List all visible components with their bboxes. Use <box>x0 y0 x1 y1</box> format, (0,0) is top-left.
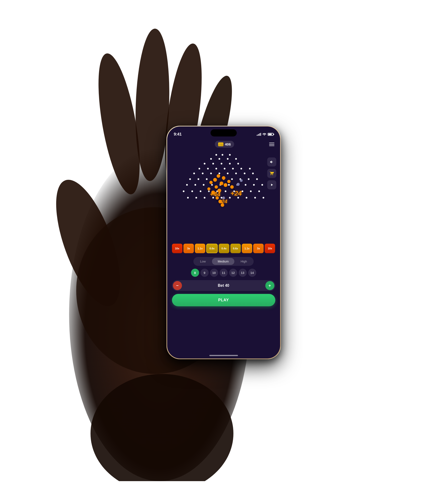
balance-pill[interactable]: 406 <box>215 141 234 148</box>
bucket-04x-center: 0.4x <box>219 244 229 253</box>
row-btn-10[interactable]: 10 <box>210 269 218 277</box>
top-bar: 406 <box>167 139 280 149</box>
bucket-06x-center-right: 0.6x <box>230 244 241 253</box>
phone-frame: 9:41 <box>166 126 281 359</box>
bet-control: − Bet 40 + <box>172 280 275 291</box>
bucket-11x-right: 1.1x <box>242 244 252 253</box>
row-btn-9[interactable]: 9 <box>201 269 209 277</box>
row-btn-13[interactable]: 13 <box>239 269 247 277</box>
bet-amount-display: Bet 40 <box>182 283 265 288</box>
home-indicator <box>209 355 238 356</box>
phone-device: 9:41 <box>166 126 281 359</box>
risk-selector: Low Medium High <box>172 257 275 266</box>
status-icons <box>257 132 273 136</box>
pegs-field <box>171 151 276 232</box>
risk-container: Low Medium High <box>193 257 254 266</box>
bucket-10x-left: 10x <box>172 244 182 253</box>
wifi-icon <box>263 132 266 136</box>
row-selector: 8 9 10 11 12 13 14 <box>172 269 275 277</box>
bet-decrease-button[interactable]: − <box>173 281 182 290</box>
menu-button[interactable] <box>268 142 275 147</box>
score-minus24: -24 <box>220 198 227 205</box>
score-plus44: +44 <box>210 190 220 198</box>
risk-medium[interactable]: Medium <box>212 258 234 265</box>
battery-icon <box>268 133 273 136</box>
play-button[interactable]: PLAY <box>172 294 275 306</box>
dynamic-island <box>211 129 237 136</box>
credit-card-icon <box>218 142 223 146</box>
bucket-10x-right: 10x <box>265 244 275 253</box>
risk-high[interactable]: High <box>235 258 253 265</box>
score-plus24: +24 <box>230 190 242 197</box>
row-btn-8[interactable]: 8 <box>191 269 199 277</box>
phone-screen: 9:41 <box>167 126 280 358</box>
risk-low[interactable]: Low <box>194 258 212 265</box>
row-btn-11[interactable]: 11 <box>220 269 228 277</box>
bucket-3x-left: 3x <box>183 244 194 253</box>
status-time: 9:41 <box>174 132 182 137</box>
signal-icon <box>257 133 261 136</box>
game-board: +44 +24 -24 <box>171 151 276 241</box>
row-btn-14[interactable]: 14 <box>248 269 256 277</box>
svg-rect-9 <box>219 144 223 144</box>
svg-rect-10 <box>219 145 221 145</box>
bet-increase-button[interactable]: + <box>265 281 274 290</box>
bucket-11x-left: 1.1x <box>195 244 205 253</box>
bucket-3x-right: 3x <box>253 244 264 253</box>
bucket-06x-center-left: 0.6x <box>206 244 218 253</box>
row-btn-12[interactable]: 12 <box>229 269 237 277</box>
multiplier-buckets: 10x 3x 1.1x 0.6x 0.4x 0.6x 1.1x <box>167 244 280 253</box>
balance-amount: 406 <box>225 142 231 146</box>
